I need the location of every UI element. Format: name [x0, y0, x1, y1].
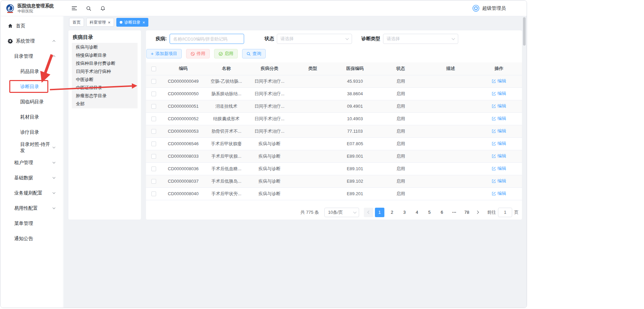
- edit-button[interactable]: 编辑: [492, 128, 506, 134]
- edit-button[interactable]: 编辑: [492, 78, 506, 84]
- bell-icon[interactable]: [100, 6, 106, 11]
- sidebar-item-home[interactable]: 首页: [1, 18, 63, 33]
- sidebar-item-catalog-management[interactable]: 目录管理: [1, 49, 63, 64]
- edit-button[interactable]: 编辑: [492, 165, 506, 172]
- catalog-item-disease-diagnosis[interactable]: 疾病与诊断: [72, 43, 138, 51]
- collapse-menu-icon[interactable]: [71, 6, 77, 11]
- add-item-button[interactable]: + 添加新项目: [146, 49, 182, 58]
- prev-page-button[interactable]: [364, 208, 373, 217]
- row-select-cell: [146, 112, 161, 125]
- catalog-item-day-surgery-disease[interactable]: 日间手术治疗病种: [72, 68, 138, 76]
- sidebar-item-label: 诊断目录: [20, 84, 39, 90]
- catalog-item-tcm-syndrome-catalog[interactable]: 中医证候目录: [72, 84, 138, 92]
- page-button-1[interactable]: 1: [375, 208, 384, 217]
- gear-icon: [8, 38, 13, 44]
- page-button-4[interactable]: 4: [412, 208, 422, 217]
- edit-button[interactable]: 编辑: [492, 91, 506, 97]
- cell-status: 启用: [376, 187, 425, 200]
- page-size-select[interactable]: 10条/页: [324, 208, 359, 217]
- cell-category: 疾病与诊断: [247, 175, 291, 187]
- tab-department-management[interactable]: 科室管理×: [86, 18, 114, 27]
- row-checkbox[interactable]: [151, 79, 156, 84]
- row-select-cell: [146, 87, 161, 100]
- disease-search-input[interactable]: [170, 34, 244, 44]
- edit-button[interactable]: 编辑: [492, 140, 506, 147]
- page-button-2[interactable]: 2: [387, 208, 397, 217]
- close-icon[interactable]: ×: [143, 20, 145, 25]
- sidebar-item-catalog-mapping[interactable]: 目录对照-待开发: [1, 140, 63, 155]
- cell-code: CD0000000050: [161, 87, 205, 100]
- row-checkbox[interactable]: [151, 104, 156, 109]
- cell-description: [425, 187, 476, 200]
- row-checkbox[interactable]: [151, 141, 156, 146]
- tab-diagnosis-catalog[interactable]: 诊断目录×: [116, 18, 149, 27]
- enable-button[interactable]: 启用: [214, 49, 238, 58]
- column-header: 编码: [161, 62, 205, 75]
- search-icon[interactable]: [86, 6, 91, 11]
- table-row: CD0000008033手术后甲状腺...疾病与诊断E89.001启用编辑: [146, 150, 522, 162]
- diagnosis-type-select[interactable]: 请选择: [383, 34, 458, 44]
- sidebar-item-national-code-catalog[interactable]: 国临码目录: [1, 94, 63, 109]
- chevron-down-icon: [53, 191, 55, 194]
- edit-button[interactable]: 编辑: [492, 178, 506, 184]
- row-checkbox[interactable]: [151, 117, 156, 121]
- cell-category: 日间手术治疗...: [247, 100, 291, 112]
- row-checkbox[interactable]: [151, 129, 156, 134]
- sidebar-item-basic-data[interactable]: 基础数据: [1, 170, 63, 185]
- catalog-item-per-disease-payment-diagnosis[interactable]: 按病种目录付费诊断: [72, 59, 138, 68]
- pages-ellipsis: •••: [450, 208, 459, 217]
- admin-badge-icon: [472, 4, 480, 12]
- user-menu[interactable]: 超级管理员: [472, 4, 506, 12]
- row-checkbox[interactable]: [151, 191, 156, 196]
- cell-description: [425, 137, 476, 150]
- catalog-item-special-chronic-diagnosis[interactable]: 特慢病诊断目录: [72, 51, 138, 59]
- chevron-down-icon: [345, 37, 349, 40]
- close-icon[interactable]: ×: [108, 20, 111, 25]
- cell-action: 编辑: [476, 150, 522, 162]
- sidebar-item-consumable-catalog[interactable]: 耗材目录: [1, 109, 63, 125]
- cell-category: 疾病与诊断: [247, 150, 291, 162]
- sidebar-item-tenant-management[interactable]: 租户管理: [1, 155, 63, 170]
- search-small-icon: [246, 52, 251, 56]
- sidebar-item-drug-catalog[interactable]: 药品目录: [1, 64, 63, 79]
- sidebar-item-label: 国临码目录: [20, 99, 44, 105]
- page-button-78[interactable]: 78: [462, 208, 472, 217]
- row-checkbox[interactable]: [151, 166, 156, 171]
- next-page-button[interactable]: [473, 208, 482, 217]
- cell-description: [425, 150, 476, 162]
- cell-name: 手术后甲状腺瘘: [205, 137, 247, 150]
- edit-button[interactable]: 编辑: [492, 115, 506, 122]
- row-checkbox[interactable]: [151, 179, 156, 184]
- sidebar-item-usability-config[interactable]: 易用性配置: [1, 201, 63, 216]
- row-checkbox[interactable]: [151, 92, 156, 96]
- catalog-list: 疾病与诊断特慢病诊断目录按病种目录付费诊断日间手术治疗病种中医诊断中医证候目录肿…: [72, 43, 138, 108]
- page-button-6[interactable]: 6: [437, 208, 447, 217]
- cell-description: [425, 125, 476, 137]
- edit-button[interactable]: 编辑: [492, 103, 506, 109]
- catalog-item-tcm-diagnosis[interactable]: 中医诊断: [72, 76, 138, 84]
- cell-category: 疾病与诊断: [247, 187, 291, 200]
- cell-insurance-code: 10.4903: [334, 112, 376, 125]
- column-header: 名称: [205, 62, 247, 75]
- status-select[interactable]: 请选择: [277, 34, 352, 44]
- select-all-checkbox[interactable]: [151, 67, 156, 71]
- page-button-5[interactable]: 5: [425, 208, 434, 217]
- catalog-item-all[interactable]: 全部: [72, 100, 138, 108]
- goto-page-input[interactable]: [498, 208, 512, 217]
- sidebar-item-notice[interactable]: 通知公告: [1, 231, 63, 246]
- sidebar-item-menu-management[interactable]: 菜单管理: [1, 216, 63, 231]
- tab-home[interactable]: 首页: [69, 18, 84, 27]
- sidebar-item-system-management[interactable]: 系统管理: [1, 33, 63, 49]
- page-button-3[interactable]: 3: [400, 208, 409, 217]
- scrollbar-thumb[interactable]: [523, 17, 526, 46]
- edit-button[interactable]: 编辑: [492, 153, 506, 159]
- query-button[interactable]: 查询: [242, 49, 266, 58]
- sidebar-item-diagnosis-catalog[interactable]: 诊断目录: [1, 79, 63, 94]
- row-checkbox[interactable]: [151, 154, 156, 159]
- edit-button[interactable]: 编辑: [492, 190, 506, 197]
- catalog-item-tumor-morphology-catalog[interactable]: 肿瘤形态学目录: [72, 92, 138, 100]
- column-header: 医保编码: [334, 62, 376, 75]
- sidebar-item-treatment-catalog[interactable]: 诊疗目录: [1, 125, 63, 140]
- disable-button[interactable]: 停用: [186, 49, 210, 58]
- sidebar-item-business-rules-config[interactable]: 业务规则配置: [1, 185, 63, 201]
